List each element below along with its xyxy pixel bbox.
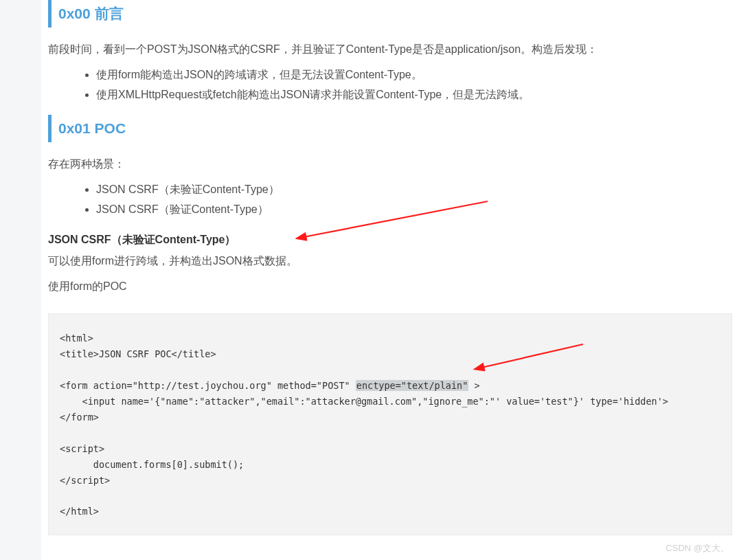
code-line: document.forms[0].submit();: [60, 459, 244, 470]
code-line-part: >: [468, 380, 479, 391]
preface-intro: 前段时间，看到一个POST为JSON格式的CSRF，并且验证了Content-T…: [48, 40, 732, 58]
preface-list: 使用form能构造出JSON的跨域请求，但是无法设置Content-Type。 …: [48, 65, 732, 104]
code-line: <html>: [60, 333, 93, 344]
svg-line-1: [481, 344, 583, 368]
list-item: 使用form能构造出JSON的跨域请求，但是无法设置Content-Type。: [96, 65, 732, 84]
poc-line1: 可以使用form进行跨域，并构造出JSON格式数据。: [48, 251, 732, 270]
code-line-part: <form action="http://test.joychou.org" m…: [60, 380, 356, 391]
arrow-annotation-icon: [473, 340, 590, 374]
code-line: </html>: [60, 506, 99, 517]
code-line: <title>JSON CSRF POC</title>: [60, 348, 216, 359]
poc-intro: 存在两种场景：: [48, 155, 732, 173]
poc-line2: 使用form的POC: [48, 277, 732, 295]
heading-preface: 0x00 前言: [48, 0, 732, 27]
code-line: </form>: [60, 412, 99, 423]
list-item: JSON CSRF（验证Content-Type）: [96, 200, 732, 219]
poc-subheading: JSON CSRF（未验证Content-Type）: [48, 230, 732, 249]
code-line: <script>: [60, 443, 104, 454]
poc-list: JSON CSRF（未验证Content-Type） JSON CSRF（验证C…: [48, 180, 732, 219]
list-item: 使用XMLHttpRequest或fetch能构造出JSON请求并能设置Cont…: [96, 85, 732, 104]
watermark: CSDN @文大。: [666, 542, 729, 555]
code-line: <input name='{"name":"attacker","email":…: [60, 396, 668, 407]
code-block: <html> <title>JSON CSRF POC</title> <for…: [48, 313, 732, 535]
list-item: JSON CSRF（未验证Content-Type）: [96, 180, 732, 199]
heading-poc: 0x01 POC: [48, 115, 732, 142]
code-line: </script>: [60, 475, 110, 486]
code-highlight: enctype="text/plain": [356, 380, 469, 391]
